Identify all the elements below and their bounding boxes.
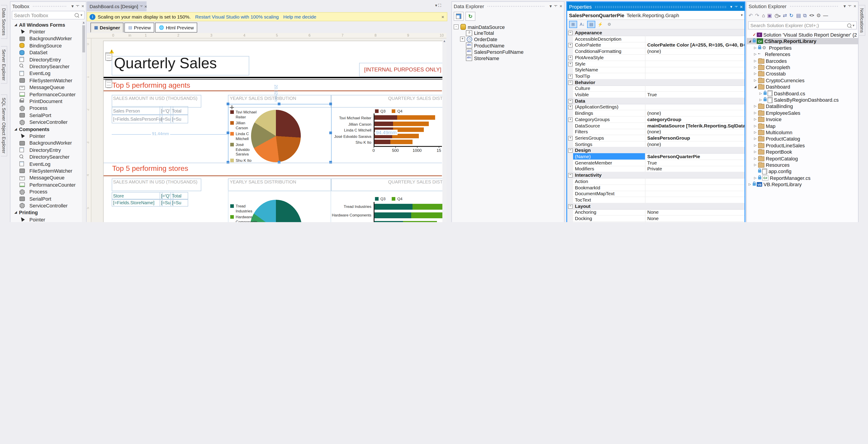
property-row-generatemember[interactable]: GenerateMemberTrue [567,159,745,166]
property-row--applicationsettings-[interactable]: +(ApplicationSettings) [567,104,745,110]
expander-icon[interactable]: ▷ [754,117,758,121]
refresh-icon[interactable]: ↻ [465,12,475,21]
toolbox-item-pointer[interactable]: Pointer [10,28,86,35]
toolbox-item-performancecounter[interactable]: PerformanceCounter [10,181,86,188]
toolbox-group-all-windows-forms[interactable]: ◢All Windows Forms [10,21,86,28]
expander-icon[interactable]: + [460,37,465,42]
expander-icon[interactable]: ▷ [754,53,758,56]
solution-node-solution-visual-studio-report-designer-2[interactable]: ✓⁘Solution 'Visual Studio Report Designe… [747,32,858,38]
toolbox-search-input[interactable]: Search Toolbox ▾ [12,11,85,20]
expander-icon[interactable]: ▷ [754,124,758,128]
rail-tab-server-explorer[interactable]: Server Explorer [1,46,7,84]
toolbox-scrollbar[interactable]: ▲ ▼ [82,21,86,222]
report-item-icon[interactable] [105,53,112,61]
properties-object-select[interactable]: SalesPersonQuarterPie Telerik.Reporting.… [567,11,745,20]
property-category-data[interactable]: −Data [567,97,745,104]
toolbox-group-components[interactable]: ◢Components [10,126,86,132]
expander-icon[interactable]: ▷ [754,46,758,50]
bar-segment-q4[interactable] [413,204,443,210]
property-category-interactivity[interactable]: −Interactivity [567,172,745,178]
property-row-plotareastyle[interactable]: +PlotAreaStyle [567,54,745,61]
data-explorer-close-icon[interactable]: × [560,4,562,9]
property-row-toctext[interactable]: TocText [567,197,745,203]
infobar-restart-link[interactable]: Restart Visual Studio with 100% scaling [195,14,279,20]
toolbox-item-eventlog[interactable]: EventLog [10,70,86,77]
expander-icon[interactable]: ▷ [760,98,764,102]
property-row-seriesgroups[interactable]: +SeriesGroupsSalesPersonGroup [567,135,745,141]
solution-node-vb-reportlibrary[interactable]: ▷VBVB.ReportLibrary [747,181,858,187]
toolbox-item-pointer[interactable]: Pointer [10,216,86,222]
toolbox-close-icon[interactable]: × [82,4,84,9]
expander-icon[interactable]: ▷ [754,157,758,160]
solution-node-dashboard[interactable]: ◢Dashboard [747,83,858,90]
solution-node-databinding[interactable]: ▷DataBinding [747,103,858,110]
bar-segment-q4[interactable] [393,128,424,132]
toolbox-item-directorysearcher[interactable]: DirectorySearcher [10,153,86,160]
home-icon[interactable]: ⌂ [762,13,765,18]
table-data-cell[interactable]: [=Fields.SalesPersonFull [112,114,162,124]
toolbox-item-servicecontroller[interactable]: ServiceController [10,118,86,126]
solution-node-crosstab[interactable]: ▷Crosstab [747,71,858,77]
panel-header-right[interactable]: QUARTERLY SALES DISTRIBUTION [331,178,443,191]
property-row--name-[interactable]: (Name)SalesPersonQuarterPie [567,153,745,160]
property-row-tooltip[interactable]: +ToolTip [567,73,745,79]
solution-node-properties[interactable]: ▷⚙Properties [747,45,858,51]
back-icon[interactable]: ↶ [749,12,753,18]
toolbox-item-filesystemwatcher[interactable]: FileSystemWatcher [10,167,86,174]
solution-node-dashboard-cs[interactable]: ▷DashBoard.cs [747,90,858,97]
collapse-icon[interactable]: − [568,173,572,178]
solution-node-barcodes[interactable]: ▷Barcodes [747,58,858,64]
solution-explorer-menu-icon[interactable]: ▾ [844,4,846,9]
solution-node-productcatalog[interactable]: ▷ProductCatalog [747,136,858,142]
property-row-sortings[interactable]: Sortings(none) [567,141,745,147]
panel-header-left[interactable]: SALES AMOUNT IN USD (THOUSANDS) [112,95,201,108]
toolbox-item-backgroundworker[interactable]: BackgroundWorker [10,140,86,146]
property-row-conditionalformatting[interactable]: ConditionalFormatting(none) [567,48,745,55]
expander-icon[interactable]: ▷ [754,111,758,115]
solution-node-reportbook[interactable]: ▷ReportBook [747,149,858,155]
property-row-culture[interactable]: Culture [567,85,745,92]
expander-icon[interactable]: ◢ [754,85,758,89]
property-row-categorygroups[interactable]: +CategoryGroupscategoryGroup [567,116,745,123]
bar-segment-q4[interactable] [393,121,429,126]
toolbox-group-printing[interactable]: ◢Printing [10,209,86,216]
data-field-linetotal[interactable]: .0LineTotal [460,30,494,36]
property-row-visible[interactable]: VisibleTrue [567,91,745,98]
expander-icon[interactable]: ◢ [749,39,753,43]
bar-segment-q3[interactable] [374,204,413,210]
selection-handle[interactable] [227,161,229,164]
property-category-layout[interactable]: −Layout [567,203,745,209]
expander-icon[interactable]: ▷ [754,144,758,147]
rail-tab-data-sources[interactable]: Data Sources [1,5,7,39]
preview-selected-icon[interactable]: — [823,13,828,18]
solution-node-map[interactable]: ▷Map [747,123,858,129]
bar-segment-q4[interactable] [403,221,437,222]
table-header-cell[interactable]: Sales Person [112,106,162,115]
expander-icon[interactable]: ▷ [760,92,764,95]
solution-node-cryptocurrencies[interactable]: ▷CryptoCurrencies [747,77,858,83]
report-title-textbox[interactable]: Quarterly Sales [112,56,249,75]
collapse-icon[interactable]: − [568,148,572,153]
toolbox-item-directorysearcher[interactable]: DirectorySearcher [10,63,86,70]
toolbox-item-bindingsource[interactable]: BindingSource [10,42,86,49]
properties-close-icon[interactable]: × [740,4,743,9]
properties-tool-icon[interactable]: ⚙ [816,12,821,18]
bar-segment-q4[interactable] [411,212,443,218]
solution-node-references[interactable]: ▷▪▫References [747,51,858,57]
selection-handle[interactable] [329,132,332,134]
toolbox-item-pointer[interactable]: Pointer [10,133,86,139]
toolbox-item-backgroundworker[interactable]: BackgroundWorker [10,35,86,42]
infobar-help-link[interactable]: Help me decide [283,14,316,20]
property-row-bindings[interactable]: Bindings(none) [567,110,745,116]
report-page[interactable]: Quarterly Sales[INTERNAL PURPOSES ONLY]T… [103,41,443,222]
property-row-action[interactable]: Action [567,178,745,185]
view-code-icon[interactable]: <> [809,13,814,18]
canvas-vscrollbar[interactable]: ▲ ▼ [442,38,446,222]
data-explorer-pin-icon[interactable]: ⊦ [553,5,558,7]
selection-outline[interactable] [228,104,332,163]
table-header-cell[interactable]: Total [170,106,188,115]
document-tab[interactable]: DashBoard.cs [Design] ⊦ × [87,1,147,11]
pending-changes-icon[interactable]: ◷▾ [775,12,780,18]
rail-tab-notifications[interactable]: Notifications [859,5,865,36]
expand-icon[interactable]: + [568,136,572,141]
